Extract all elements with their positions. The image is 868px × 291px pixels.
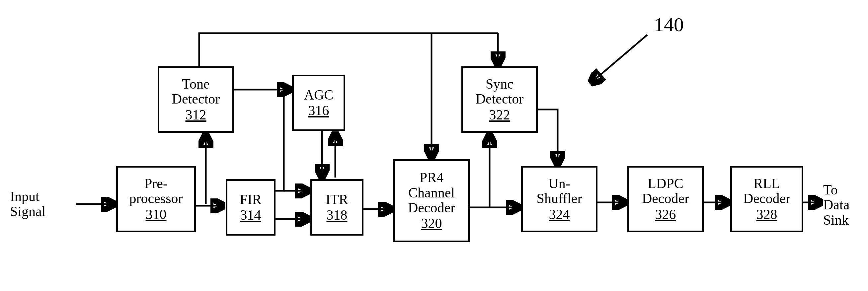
output-label: To Data Sink [823, 183, 849, 228]
arrow-figure-pointer [591, 35, 647, 83]
agc-label: AGC [304, 88, 334, 102]
pr4-decoder-label: PR4 Channel Decoder [408, 170, 455, 215]
tone-top-bus-path [199, 33, 498, 66]
ldpc-decoder-block: LDPC Decoder 326 [627, 166, 704, 232]
agc-block: AGC 316 [292, 75, 345, 131]
fir-block: FIR 314 [226, 179, 276, 235]
fir-label: FIR [240, 192, 261, 207]
itr-label: ITR [326, 192, 348, 207]
tone-detector-label: Tone Detector [172, 77, 220, 107]
preprocessor-label: Pre- processor [129, 176, 183, 206]
arrow-fir-up-segment [276, 90, 284, 191]
itr-block: ITR 318 [310, 179, 364, 235]
tone-detector-ref: 312 [186, 107, 207, 123]
arrow-sync-to-unshuf [538, 109, 558, 165]
itr-ref: 318 [327, 208, 347, 223]
figure-number: 140 [654, 13, 684, 36]
ldpc-decoder-label: LDPC Decoder [642, 176, 689, 206]
tone-detector-block: Tone Detector 312 [158, 66, 234, 133]
unshuffler-block: Un- Shuffler 324 [521, 166, 597, 232]
ldpc-decoder-ref: 326 [655, 207, 676, 222]
rll-decoder-block: RLL Decoder 328 [730, 166, 803, 232]
rll-decoder-label: RLL Decoder [743, 176, 790, 206]
fir-ref: 314 [240, 208, 261, 223]
agc-ref: 316 [308, 103, 329, 118]
unshuffler-ref: 324 [549, 207, 570, 222]
pr4-decoder-block: PR4 Channel Decoder 320 [393, 159, 470, 242]
sync-detector-ref: 322 [489, 107, 510, 123]
preprocessor-ref: 310 [146, 207, 167, 222]
rll-decoder-ref: 328 [756, 207, 777, 222]
unshuffler-label: Un- Shuffler [537, 176, 582, 206]
arrows-overlay [0, 0, 868, 291]
input-signal-label: Input Signal [10, 189, 45, 219]
sync-detector-label: Sync Detector [476, 77, 524, 107]
preprocessor-block: Pre- processor 310 [116, 166, 196, 232]
diagram-canvas: Input Signal To Data Sink 140 Pre- proce… [0, 0, 868, 291]
pr4-decoder-ref: 320 [421, 216, 442, 231]
sync-detector-block: Sync Detector 322 [461, 66, 538, 133]
